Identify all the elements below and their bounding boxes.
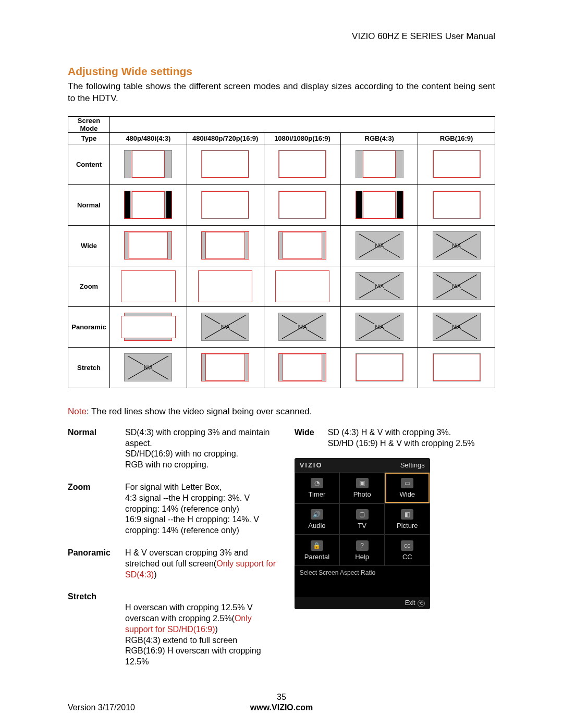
- osd-footer: Exit⟲: [295, 597, 430, 609]
- table-cell: [264, 347, 341, 388]
- site-url: www.VIZIO.com: [250, 703, 313, 712]
- thumb-icon: [433, 191, 481, 219]
- table-cell: N/A: [110, 347, 187, 388]
- osd-item-audio[interactable]: 🔊Audio: [295, 503, 340, 535]
- desc-text: For signal with Letter Box, 4:3 signal -…: [125, 482, 279, 536]
- row-label: Wide: [68, 225, 110, 266]
- thumb-icon: [124, 191, 172, 219]
- table-cell: N/A: [264, 306, 341, 347]
- thumb-icon: [278, 353, 326, 381]
- table-cell: [187, 144, 264, 184]
- desc-label: Normal: [68, 427, 115, 471]
- desc-label: Panoramic: [68, 548, 115, 580]
- desc-text: SD(4:3) with cropping 3% and maintain as…: [125, 427, 279, 471]
- col-header: 1080i/1080p(16:9): [264, 132, 341, 144]
- osd-item-label: Help: [355, 553, 369, 561]
- table-cell: N/A: [341, 306, 418, 347]
- wide-icon: ▭: [401, 478, 413, 488]
- osd-item-parental[interactable]: 🔒Parental: [295, 535, 340, 566]
- cc-icon: cc: [401, 540, 413, 551]
- desc-text: SD (4:3) H & V with cropping 3%. SD/HD (…: [328, 427, 475, 449]
- osd-item-timer[interactable]: ◔Timer: [295, 472, 340, 503]
- thumb-icon: [433, 353, 481, 381]
- page: VIZIO 60HZ E SERIES User Manual Adjustin…: [0, 0, 563, 728]
- exit-icon[interactable]: ⟲: [418, 600, 425, 607]
- osd-item-label: Timer: [309, 490, 326, 498]
- table-cell: [264, 144, 341, 184]
- table-cell: N/A: [418, 266, 495, 306]
- na-icon: N/A: [433, 272, 481, 300]
- thumb-icon: [278, 150, 326, 178]
- row-label: Stretch: [68, 347, 110, 388]
- desc-text: H & V overscan cropping 3% and stretched…: [125, 548, 279, 580]
- osd-item-photo[interactable]: ▣Photo: [339, 472, 385, 503]
- na-icon: N/A: [124, 353, 172, 381]
- thumb-icon: [124, 272, 172, 300]
- osd-item-cc[interactable]: ccCC: [385, 535, 430, 566]
- table-cell: [110, 306, 187, 347]
- osd-item-label: Audio: [308, 522, 325, 529]
- osd-item-wide[interactable]: ▭Wide: [385, 472, 430, 503]
- table-cell: [187, 184, 264, 225]
- descriptions-left: Normal SD(4:3) with cropping 3% and main…: [68, 427, 279, 679]
- thumb-icon: [433, 150, 481, 178]
- table-cell: [264, 225, 341, 266]
- row-label: Content: [68, 144, 110, 184]
- desc-label: Stretch: [68, 591, 115, 668]
- lock-icon: 🔒: [311, 540, 323, 551]
- thumb-icon: [278, 231, 326, 260]
- thumb-icon: [356, 191, 403, 219]
- screen-mode-table: Screen Mode Type 480p/480i(4:3) 480i/480…: [68, 116, 495, 388]
- na-icon: N/A: [356, 313, 403, 341]
- table-cell: [418, 184, 495, 225]
- col-header: 480p/480i(4:3): [110, 132, 187, 144]
- section-intro: The following table shows the different …: [68, 81, 495, 105]
- table-cell: [187, 266, 264, 306]
- section-title: Adjusting Wide settings: [68, 65, 495, 78]
- table-cell: [418, 347, 495, 388]
- osd-logo: VIZIO: [300, 461, 323, 469]
- note-line: Note: The red lines show the video signa…: [68, 406, 495, 417]
- speaker-icon: 🔊: [311, 509, 323, 520]
- thumb-icon: [201, 272, 249, 300]
- osd-item-label: Wide: [399, 490, 415, 498]
- row-label: Zoom: [68, 266, 110, 306]
- osd-item-tv[interactable]: ▢TV: [339, 503, 385, 535]
- table-cell: N/A: [418, 306, 495, 347]
- thumb-icon: [201, 353, 249, 381]
- osd-item-label: Picture: [397, 522, 418, 529]
- thumb-icon: [278, 272, 326, 300]
- thumb-icon: [201, 231, 249, 260]
- table-cell: [110, 144, 187, 184]
- table-cell: N/A: [187, 306, 264, 347]
- table-cell: [187, 225, 264, 266]
- na-icon: N/A: [356, 231, 403, 260]
- row-label: Panoramic: [68, 306, 110, 347]
- clock-icon: ◔: [311, 478, 323, 488]
- thumb-icon: [278, 191, 326, 219]
- table-cell: [264, 184, 341, 225]
- na-icon: N/A: [278, 313, 326, 341]
- desc-label: Zoom: [68, 482, 115, 536]
- table-cell: [341, 184, 418, 225]
- table-cell: [187, 347, 264, 388]
- desc-label: Wide: [295, 427, 319, 449]
- picture-icon: ◧: [401, 509, 413, 520]
- table-cell: [264, 266, 341, 306]
- table-cell: [110, 266, 187, 306]
- screen-mode-header: Screen Mode: [68, 116, 110, 132]
- table-cell: N/A: [341, 225, 418, 266]
- table-cell: N/A: [418, 225, 495, 266]
- table-cell: [341, 144, 418, 184]
- osd-item-help[interactable]: ?Help: [339, 535, 385, 566]
- col-header: RGB(16:9): [418, 132, 495, 144]
- osd-item-label: CC: [402, 553, 412, 561]
- table-cell: [418, 144, 495, 184]
- osd-exit-label[interactable]: Exit: [405, 599, 415, 607]
- col-header: 480i/480p/720p(16:9): [187, 132, 264, 144]
- thumb-icon: [201, 191, 249, 219]
- osd-item-picture[interactable]: ◧Picture: [385, 503, 430, 535]
- osd-item-label: Parental: [304, 553, 329, 561]
- col-header: RGB(4:3): [341, 132, 418, 144]
- na-icon: N/A: [433, 313, 481, 341]
